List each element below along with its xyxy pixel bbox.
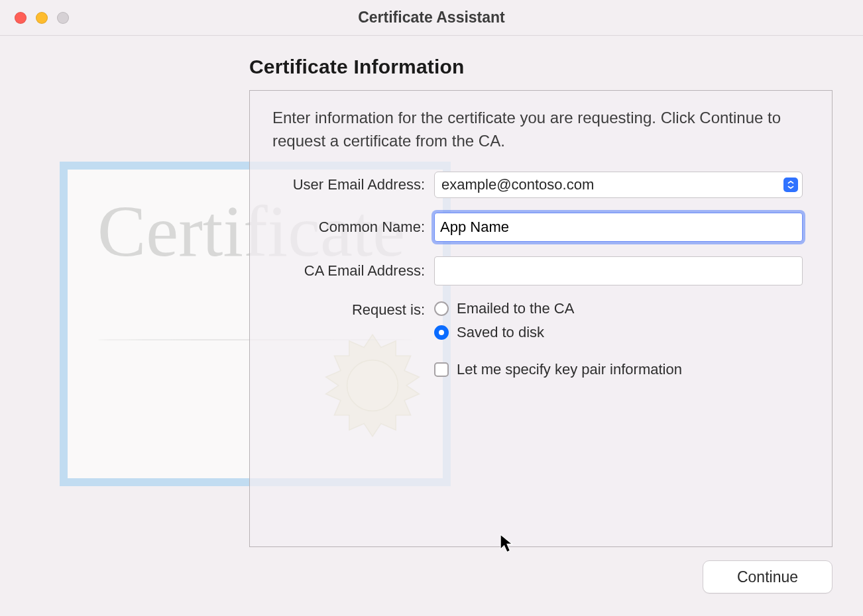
request-emailed-option[interactable]: Emailed to the CA [434,300,803,317]
dropdown-arrow-icon[interactable] [783,178,798,192]
continue-button[interactable]: Continue [703,560,833,593]
user-email-label: User Email Address: [272,176,425,193]
request-saved-option[interactable]: Saved to disk [434,324,803,341]
ca-email-label: CA Email Address: [272,262,425,280]
content-area: Certificate Certificate Information Ente… [0,36,863,616]
ca-email-input[interactable] [434,256,803,285]
keypair-checkbox-option[interactable]: Let me specify key pair information [434,361,803,378]
title-bar: Certificate Assistant [0,0,863,36]
common-name-label: Common Name: [272,219,425,236]
page-description: Enter information for the certificate yo… [272,107,803,153]
keypair-checkbox-label: Let me specify key pair information [457,361,682,378]
user-email-value: example@contoso.com [441,176,594,193]
radio-icon [434,325,449,340]
page-heading: Certificate Information [249,56,836,78]
zoom-window-button[interactable] [57,12,69,24]
radio-icon [434,301,449,316]
window-controls [0,12,69,24]
common-name-input[interactable] [434,213,803,242]
request-is-group: Emailed to the CA Saved to disk Let me s… [434,300,803,378]
close-window-button[interactable] [15,12,27,24]
user-email-combobox[interactable]: example@contoso.com [434,172,803,198]
request-is-label: Request is: [272,300,425,319]
minimize-window-button[interactable] [36,12,48,24]
form-panel: Enter information for the certificate yo… [249,90,833,547]
certificate-form: User Email Address: example@contoso.com … [272,172,803,378]
request-saved-label: Saved to disk [457,324,544,341]
window-title: Certificate Assistant [0,9,863,26]
checkbox-icon [434,362,449,377]
request-emailed-label: Emailed to the CA [457,300,574,317]
